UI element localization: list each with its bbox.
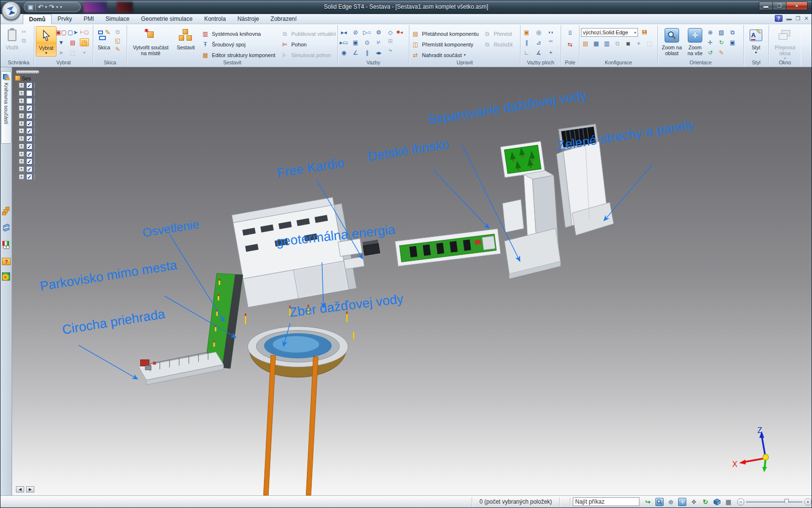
look-at-face-icon[interactable]: ▧	[717, 28, 726, 36]
rigid-set-icon[interactable]: ▣	[351, 38, 360, 46]
expand-icon[interactable]: +	[19, 151, 24, 157]
select-filter-icon[interactable]: ▼	[57, 38, 66, 46]
visibility-checkbox[interactable]: ✓	[26, 143, 32, 149]
assembly-table-icon[interactable]: ▦	[592, 39, 601, 47]
paste-button[interactable]: Vložit	[5, 26, 19, 51]
tab-domu[interactable]: Domů	[23, 14, 52, 24]
lasso-select-icon[interactable]: ➤	[57, 48, 66, 57]
sensors-icon[interactable]	[2, 240, 11, 249]
axial-align-icon[interactable]: ⊙	[362, 38, 372, 46]
common-views-icon[interactable]: ▣	[728, 38, 737, 46]
visibility-checkbox[interactable]: ✓	[26, 128, 32, 134]
pin-select-icon[interactable]: ⊢▢	[80, 28, 89, 36]
save-configuration-icon[interactable]: 💾︎	[640, 29, 649, 37]
expand-icon[interactable]: +	[19, 105, 24, 111]
tab-geometrie-simulace[interactable]: Geometrie simulace	[135, 14, 199, 24]
model-dam-platform[interactable]	[139, 352, 224, 385]
tab-pmi[interactable]: PMI	[78, 14, 100, 24]
zoom-icon[interactable]: ⊕	[706, 28, 715, 36]
tangent-icon[interactable]: ⊿	[534, 38, 543, 46]
simulate-motor-button[interactable]: ⊩ Simulovat pohon	[280, 50, 336, 60]
layout-icon[interactable]: ⧉	[113, 28, 122, 36]
tree-item[interactable]: +✓	[15, 127, 49, 135]
visibility-checkbox[interactable]: ✓	[26, 105, 32, 111]
expand-icon[interactable]: +	[19, 90, 24, 96]
simulation-results-icon[interactable]	[2, 272, 10, 281]
bolted-joint-button[interactable]: Ŧ Šroubový spoj	[201, 40, 275, 49]
offset-icon[interactable]: °°	[546, 38, 555, 46]
select-button[interactable]: Vybrat ▾	[36, 26, 57, 57]
tree-item[interactable]: +✓	[15, 143, 49, 150]
tree-item[interactable]: +	[15, 97, 49, 105]
model-connector[interactable]	[338, 236, 381, 269]
relationship-assistant-icon[interactable]: ◇	[386, 28, 395, 36]
relation-manager-icon[interactable]: ⊞	[386, 37, 395, 45]
tree-item[interactable]: +✓	[15, 135, 49, 143]
rotate-view-icon[interactable]: ↻	[717, 38, 726, 46]
switch-windows-button[interactable]: Přepnout okna ▾	[770, 26, 799, 61]
tab-prvky[interactable]: Prvky	[52, 14, 78, 24]
key-icon[interactable]: ✦	[634, 39, 643, 47]
visibility-checkbox[interactable]	[26, 98, 32, 104]
parallel-faces-icon[interactable]: ∥	[522, 38, 531, 46]
panel-grip[interactable]	[16, 70, 39, 74]
select-stack-icon[interactable]: ▤	[68, 38, 77, 46]
angle-relation-icon[interactable]: ∠	[351, 48, 360, 57]
publish-virtual-button[interactable]: ⧉ Publikovat virtuální	[280, 29, 336, 38]
expand-icon[interactable]: +	[19, 113, 24, 119]
minimize-button[interactable]: ▬	[759, 1, 773, 10]
expand-icon[interactable]: +	[19, 98, 24, 104]
select-components-icon[interactable]: ▣▢	[57, 28, 66, 36]
model-solar-building[interactable]	[557, 124, 614, 235]
application-button[interactable]	[1, 1, 21, 20]
center-plane-icon[interactable]: ◂▸	[374, 48, 383, 57]
layers-icon[interactable]	[2, 223, 11, 232]
parts-icon[interactable]	[2, 207, 11, 215]
visibility-checkbox[interactable]: ✓	[26, 151, 32, 157]
orient-sketch-icon[interactable]: ◱	[113, 36, 122, 45]
expand-icon[interactable]: +	[19, 159, 24, 164]
coincident-icon[interactable]: +	[546, 48, 555, 57]
activate-part-icon[interactable]: ◳	[80, 38, 89, 46]
concentric-icon[interactable]: ◎	[534, 28, 543, 36]
restore-button[interactable]: ❐	[772, 1, 786, 10]
capture-fit-icon[interactable]: ⤷	[386, 45, 395, 54]
zoom-slider[interactable]: − +	[737, 498, 812, 506]
panel-scroll-left-button[interactable]: ◀	[16, 486, 24, 493]
select-visible-icon[interactable]: ▢➤	[68, 28, 77, 36]
panel-scroll-right-button[interactable]: ▶	[26, 486, 34, 493]
mate-icon[interactable]: ▸◂	[339, 28, 348, 36]
match-coordinate-icon[interactable]: ▸▭	[339, 38, 348, 46]
parallel-relation-icon[interactable]: ∥	[362, 48, 372, 57]
doc-minimize-icon[interactable]: ▬	[786, 16, 792, 21]
status-rotate-icon[interactable]: ↻	[700, 497, 711, 507]
flash-fit-icon[interactable]: ✱◂	[395, 28, 404, 36]
zoom-in-icon[interactable]: +	[804, 498, 812, 506]
tree-item[interactable]: +✓	[15, 158, 49, 165]
tree-item[interactable]: +	[15, 90, 49, 97]
tab-nastroje[interactable]: Nástroje	[232, 14, 265, 24]
viewport-3d[interactable]: Separovanie dažďovej vodyZelené strechy …	[12, 67, 812, 495]
pan-icon[interactable]: ✛	[706, 38, 715, 46]
view-style-settings-icon[interactable]: ✎	[717, 48, 726, 57]
tree-item[interactable]: +✓	[15, 112, 49, 120]
select-options-caret-icon[interactable]: ▾	[80, 48, 89, 57]
zoom-area-button[interactable]: Zoom na oblast	[659, 26, 684, 57]
tree-item[interactable]: +✓	[15, 173, 49, 180]
refresh-view-icon[interactable]: ↺	[706, 48, 715, 57]
zoom-slider-track[interactable]	[746, 501, 802, 503]
expand-icon[interactable]: +	[19, 121, 24, 126]
tree-item[interactable]: +✓	[15, 105, 49, 112]
doc-restore-icon[interactable]: ❐	[796, 16, 800, 21]
insert-relation-icon[interactable]: ◉	[339, 48, 348, 57]
tab-kontrola[interactable]: Kontrola	[198, 14, 232, 24]
motor-button[interactable]: ⊨ Pohon	[280, 40, 336, 49]
mirror-components-icon[interactable]: ⇆	[566, 40, 575, 48]
planar-align-icon[interactable]: ⊘	[351, 28, 360, 36]
tab-zobrazeni[interactable]: Zobrazení	[265, 14, 303, 24]
visibility-checkbox[interactable]: ✓	[26, 82, 32, 89]
model-tower-building[interactable]	[503, 171, 561, 279]
expand-icon[interactable]: +	[19, 83, 24, 88]
command-finder-input[interactable]	[573, 497, 639, 506]
angle-faces-icon[interactable]: ∡	[534, 48, 543, 57]
